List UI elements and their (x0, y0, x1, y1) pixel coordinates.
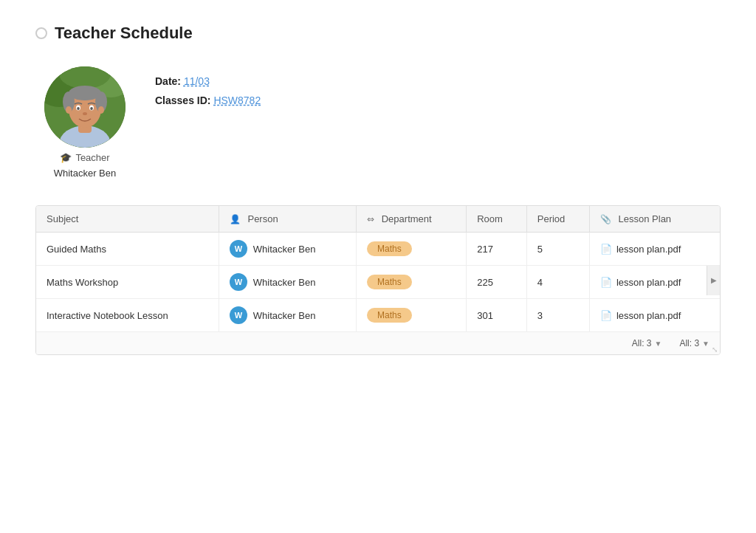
teacher-name: Whitacker Ben (54, 168, 117, 179)
cell-lesson-plan[interactable]: 📄 lesson plan.pdf (589, 233, 720, 266)
table-row: Guided Maths W Whitacker Ben Maths 217 5… (36, 233, 720, 266)
department-badge: Maths (367, 275, 412, 289)
avatar (44, 66, 126, 148)
cell-person: W Whitacker Ben (219, 299, 356, 332)
svg-point-15 (83, 112, 87, 115)
cell-subject: Interactive Notebook Lesson (36, 299, 219, 332)
department-badge: Maths (367, 241, 412, 256)
info-block: Date: 11/03 Classes ID: HSW8782 (155, 66, 261, 106)
cell-lesson-plan[interactable]: 📄 lesson plan.pdf (589, 266, 720, 299)
cell-department: Maths (357, 233, 467, 266)
person-name: Whitacker Ben (253, 244, 316, 255)
header-circle-icon (35, 27, 47, 39)
svg-point-14 (90, 107, 93, 110)
link-header-icon: ⇔ (367, 214, 374, 224)
cell-subject: Guided Maths (36, 233, 219, 266)
profile-section: 🎓 Teacher Whitacker Ben Date: 11/03 Clas… (35, 66, 721, 179)
cell-department: Maths (357, 299, 467, 332)
person-header-icon: 👤 (230, 214, 241, 224)
col-department: ⇔ Department (357, 206, 467, 233)
cell-room: 217 (467, 233, 527, 266)
room-count[interactable]: All: 3 ▼ (632, 338, 662, 348)
graduation-icon: 🎓 (60, 152, 72, 163)
table-row: Interactive Notebook Lesson W Whitacker … (36, 299, 720, 332)
svg-point-13 (77, 107, 80, 110)
person-avatar: W (230, 273, 247, 291)
cell-period: 3 (526, 299, 589, 332)
cell-lesson-plan[interactable]: 📄 lesson plan.pdf (589, 299, 720, 332)
table-footer: All: 3 ▼ All: 3 ▼ (36, 331, 720, 354)
lesson-plan-filename[interactable]: lesson plan.pdf (616, 277, 681, 288)
person-name: Whitacker Ben (253, 277, 316, 288)
file-icon: 📄 (600, 244, 612, 255)
svg-point-16 (66, 106, 72, 114)
schedule-table-wrapper: ▶ Subject 👤 Person ⇔ Department (35, 205, 721, 355)
classes-id-label: Classes ID: (155, 94, 210, 106)
page-title: Teacher Schedule (55, 24, 193, 43)
person-avatar: W (230, 306, 247, 324)
person-avatar: W (230, 240, 247, 258)
person-name: Whitacker Ben (253, 310, 316, 321)
col-period: Period (526, 206, 589, 233)
cell-room: 225 (467, 266, 527, 299)
file-icon: 📄 (600, 277, 612, 288)
resize-handle[interactable]: ⤡ (709, 344, 720, 354)
avatar-block: 🎓 Teacher Whitacker Ben (44, 66, 126, 179)
avatar-svg (44, 66, 126, 148)
file-icon: 📄 (600, 310, 612, 321)
date-label: Date: (155, 75, 181, 87)
col-person: 👤 Person (219, 206, 356, 233)
schedule-table: Subject 👤 Person ⇔ Department Room Peri (36, 206, 720, 331)
department-badge: Maths (367, 308, 412, 323)
teacher-role-label: 🎓 Teacher (60, 152, 109, 163)
lesson-plan-filename[interactable]: lesson plan.pdf (616, 244, 681, 255)
room-count-chevron: ▼ (655, 340, 662, 348)
period-count-chevron: ▼ (702, 340, 709, 348)
classes-id-value[interactable]: HSW8782 (213, 94, 261, 106)
scroll-right-arrow[interactable]: ▶ (707, 266, 720, 295)
table-header-row: Subject 👤 Person ⇔ Department Room Peri (36, 206, 720, 233)
cell-person: W Whitacker Ben (219, 266, 356, 299)
cell-period: 5 (526, 233, 589, 266)
paperclip-header-icon: 📎 (600, 214, 611, 224)
cell-department: Maths (357, 266, 467, 299)
col-room: Room (467, 206, 527, 233)
period-count[interactable]: All: 3 ▼ (679, 338, 709, 348)
col-subject: Subject (36, 206, 219, 233)
page-header: Teacher Schedule (35, 24, 721, 43)
lesson-plan-filename[interactable]: lesson plan.pdf (616, 310, 681, 321)
page-container: Teacher Schedule (0, 0, 756, 379)
date-value[interactable]: 11/03 (184, 75, 210, 87)
table-row: Maths Workshop W Whitacker Ben Maths 225… (36, 266, 720, 299)
cell-period: 4 (526, 266, 589, 299)
col-lesson-plan: 📎 Lesson Plan (589, 206, 720, 233)
cell-room: 301 (467, 299, 527, 332)
cell-person: W Whitacker Ben (219, 233, 356, 266)
svg-point-17 (98, 106, 104, 114)
classes-id-row: Classes ID: HSW8782 (155, 94, 261, 106)
date-row: Date: 11/03 (155, 75, 261, 87)
cell-subject: Maths Workshop (36, 266, 219, 299)
